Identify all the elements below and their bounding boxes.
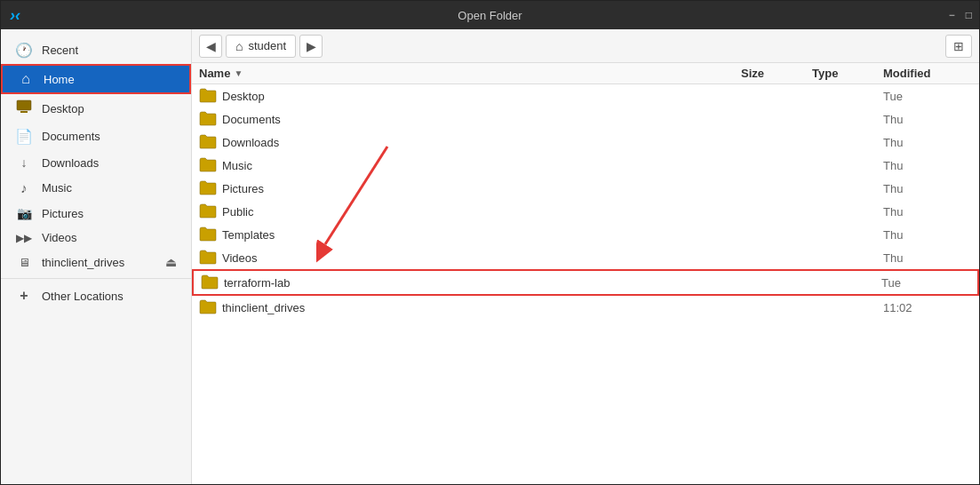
- titlebar-controls: − □: [949, 9, 972, 21]
- recent-icon: 🕐: [15, 42, 33, 59]
- file-name-music: Music: [222, 159, 741, 172]
- maximize-button[interactable]: □: [966, 9, 972, 21]
- folder-icon-videos: [199, 249, 217, 266]
- sidebar-item-videos[interactable]: ▶▶ Videos: [1, 226, 191, 250]
- file-row-terraform-lab[interactable]: terraform-lab Tue: [192, 269, 979, 296]
- file-row-public[interactable]: Public Thu: [192, 200, 979, 223]
- file-name-documents: Documents: [222, 113, 741, 126]
- sidebar-item-pictures[interactable]: 📷 Pictures: [1, 201, 191, 226]
- videos-icon: ▶▶: [15, 232, 33, 244]
- sidebar-item-downloads[interactable]: ↓ Downloads: [1, 150, 191, 175]
- sidebar: 🕐 Recent ⌂ Home Desktop 📄 Documents: [1, 29, 192, 484]
- folder-icon-desktop: [199, 87, 217, 105]
- sidebar-label-videos: Videos: [42, 231, 77, 244]
- sidebar-label-downloads: Downloads: [42, 156, 99, 170]
- file-row-documents[interactable]: Documents Thu: [192, 107, 979, 131]
- file-name-pictures: Pictures: [222, 182, 741, 195]
- home-icon: ⌂: [17, 71, 35, 87]
- other-locations-icon: +: [15, 288, 33, 304]
- file-row-pictures[interactable]: Pictures Thu: [192, 177, 979, 200]
- sidebar-label-other-locations: Other Locations: [42, 290, 123, 303]
- downloads-icon: ↓: [15, 155, 33, 170]
- pictures-icon: 📷: [15, 206, 33, 220]
- sidebar-label-music: Music: [42, 181, 72, 195]
- sort-arrow: ▼: [234, 68, 243, 78]
- folder-icon-thinclient-drives: [199, 298, 217, 316]
- file-name-desktop: Desktop: [222, 90, 741, 103]
- desktop-icon: [15, 99, 33, 117]
- col-name-header[interactable]: Name ▼: [199, 67, 741, 80]
- file-name-terraform-lab: terraform-lab: [224, 276, 739, 290]
- col-size-header: Size: [741, 67, 812, 80]
- view-toggle-button[interactable]: ⊞: [945, 35, 972, 58]
- breadcrumb-text: student: [248, 39, 286, 52]
- file-row-templates[interactable]: Templates Thu: [192, 223, 979, 246]
- col-modified-header: Modified: [883, 67, 972, 80]
- sidebar-label-pictures: Pictures: [42, 207, 84, 220]
- file-name-downloads: Downloads: [222, 136, 741, 149]
- file-row-videos[interactable]: Videos Thu: [192, 246, 979, 269]
- file-modified-desktop: Tue: [883, 90, 972, 103]
- column-headers: Name ▼ Size Type Modified: [192, 63, 979, 84]
- sidebar-item-music[interactable]: ♪ Music: [1, 175, 191, 201]
- file-name-thinclient-drives: thinclient_drives: [222, 301, 741, 314]
- sidebar-item-thinclient[interactable]: 🖥 thinclient_drives ⏏: [1, 250, 191, 274]
- folder-icon-music: [199, 156, 217, 174]
- folder-icon-terraform-lab: [201, 274, 219, 291]
- folder-icon-public: [199, 203, 217, 220]
- sidebar-item-other-locations[interactable]: + Other Locations: [1, 282, 191, 309]
- titlebar-title: Open Folder: [458, 9, 522, 22]
- file-name-videos: Videos: [222, 251, 741, 265]
- svg-rect-0: [17, 100, 31, 110]
- svg-rect-1: [20, 111, 28, 113]
- file-list: Desktop Tue Documents Thu: [192, 84, 979, 484]
- forward-button[interactable]: ▶: [299, 35, 323, 58]
- folder-icon-documents: [199, 110, 217, 128]
- sidebar-label-desktop: Desktop: [42, 102, 84, 115]
- sidebar-item-desktop[interactable]: Desktop: [1, 94, 191, 123]
- back-button[interactable]: ◀: [199, 35, 222, 58]
- folder-icon-templates: [199, 226, 217, 243]
- sidebar-label-home: Home: [44, 73, 75, 86]
- sidebar-label-recent: Recent: [42, 44, 78, 57]
- sidebar-label-documents: Documents: [42, 130, 100, 143]
- toolbar: ◀ ⌂ student ▶ ⊞: [192, 29, 979, 63]
- file-name-public: Public: [222, 205, 741, 219]
- file-name-templates: Templates: [222, 228, 741, 242]
- sidebar-item-recent[interactable]: 🕐 Recent: [1, 36, 191, 64]
- file-row-thinclient-drives[interactable]: thinclient_drives 11:02: [192, 296, 979, 319]
- file-row-desktop[interactable]: Desktop Tue: [192, 84, 979, 107]
- thinclient-icon: 🖥: [15, 256, 33, 269]
- folder-icon-pictures: [199, 179, 217, 197]
- content: 🕐 Recent ⌂ Home Desktop 📄 Documents: [1, 29, 979, 484]
- window: ›‹ Open Folder − □ 🕐 Recent ⌂ Home: [0, 0, 980, 485]
- col-type-header: Type: [812, 67, 883, 80]
- sidebar-divider: [1, 278, 191, 279]
- file-row-music[interactable]: Music Thu: [192, 154, 979, 177]
- documents-icon: 📄: [15, 128, 33, 145]
- main-panel: ◀ ⌂ student ▶ ⊞ Name ▼ Size Type Modifie…: [192, 29, 979, 484]
- breadcrumb[interactable]: ⌂ student: [226, 35, 296, 58]
- sidebar-label-thinclient: thinclient_drives: [42, 256, 124, 269]
- eject-icon[interactable]: ⏏: [165, 255, 177, 269]
- folder-icon-downloads: [199, 133, 217, 151]
- vscode-icon: ›‹: [10, 6, 20, 25]
- music-icon: ♪: [15, 180, 33, 195]
- sidebar-item-documents[interactable]: 📄 Documents: [1, 123, 191, 150]
- file-row-downloads[interactable]: Downloads Thu: [192, 131, 979, 154]
- minimize-button[interactable]: −: [949, 9, 955, 21]
- breadcrumb-home-icon: ⌂: [235, 39, 243, 53]
- titlebar: ›‹ Open Folder − □: [1, 1, 979, 29]
- toolbar-right: ⊞: [945, 35, 972, 58]
- sidebar-item-home[interactable]: ⌂ Home: [1, 64, 191, 94]
